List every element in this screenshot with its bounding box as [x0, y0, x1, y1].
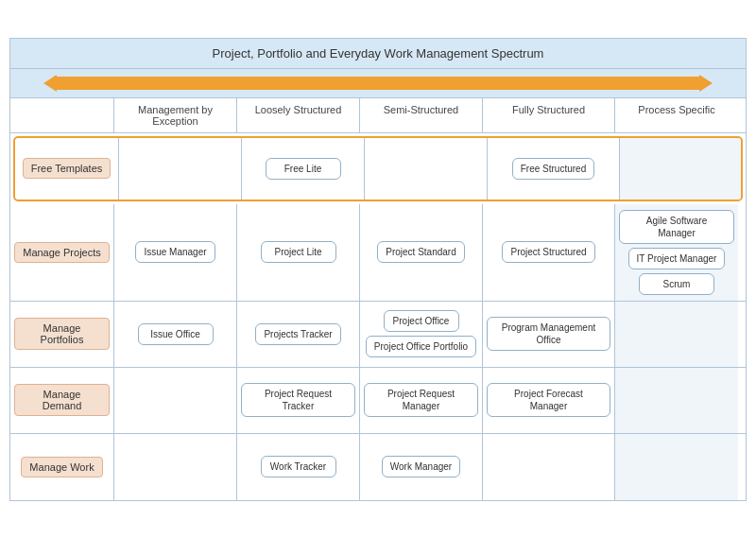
- col-header-semi: Semi-Structured: [360, 98, 483, 132]
- column-headers: Management by Exception Loosely Structur…: [10, 98, 746, 133]
- work-loosely-cell: Work Tracker: [237, 434, 360, 500]
- arrow-line: [57, 75, 699, 92]
- free-fully-cell: Free Structured: [488, 138, 620, 200]
- work-process-cell: [615, 434, 738, 500]
- manage-work-label-cell: Manage Work: [10, 434, 114, 500]
- arrow-row: [10, 69, 746, 98]
- demand-fully-cell: Project Forecast Manager: [483, 368, 615, 433]
- demand-process-cell: [615, 368, 738, 433]
- projects-semi-cell: Project Standard: [360, 204, 483, 301]
- demand-loosely-cell: Project Request Tracker: [237, 368, 360, 433]
- col-header-loosely: Loosely Structured: [237, 98, 360, 132]
- manage-demand-label: Manage Demand: [14, 384, 110, 416]
- demand-mgmt-exception-cell: [114, 368, 237, 433]
- manage-projects-row: Manage Projects Issue Manager Project Li…: [10, 204, 746, 302]
- col-header-fully: Fully Structured: [483, 98, 615, 132]
- project-request-manager-btn[interactable]: Project Request Manager: [364, 383, 478, 417]
- program-management-office-btn[interactable]: Program Management Office: [487, 317, 610, 351]
- free-templates-border: Free Templates Free Lite Free Structured: [13, 136, 743, 201]
- diagram-title: Project, Portfolio and Everyday Work Man…: [10, 39, 746, 69]
- agile-software-manager-btn[interactable]: Agile Software Manager: [619, 210, 734, 244]
- manage-portfolios-label: Manage Portfolios: [14, 318, 110, 350]
- it-project-manager-btn[interactable]: IT Project Manager: [628, 248, 726, 269]
- work-mgmt-exception-cell: [114, 434, 237, 500]
- manage-work-row: Manage Work Work Tracker Work Manager: [10, 434, 746, 500]
- projects-fully-cell: Project Structured: [483, 204, 615, 301]
- manage-projects-label-cell: Manage Projects: [10, 204, 114, 301]
- projects-loosely-cell: Project Lite: [237, 204, 360, 301]
- spectrum-arrow: [57, 77, 699, 90]
- work-manager-btn[interactable]: Work Manager: [382, 456, 460, 477]
- project-forecast-manager-btn[interactable]: Project Forecast Manager: [487, 383, 610, 417]
- work-semi-cell: Work Manager: [360, 434, 483, 500]
- portfolios-loosely-cell: Projects Tracker: [237, 302, 360, 367]
- title-text: Project, Portfolio and Everyday Work Man…: [213, 46, 544, 61]
- project-office-portfolio-btn[interactable]: Project Office Portfolio: [366, 336, 476, 357]
- manage-work-label: Manage Work: [21, 457, 102, 477]
- project-request-tracker-btn[interactable]: Project Request Tracker: [241, 383, 355, 417]
- projects-mgmt-exception-cell: Issue Manager: [114, 204, 237, 301]
- free-semi-cell: [365, 138, 488, 200]
- portfolios-fully-cell: Program Management Office: [483, 302, 615, 367]
- free-templates-label: Free Templates: [23, 158, 112, 179]
- diagram-container: Project, Portfolio and Everyday Work Man…: [9, 38, 747, 501]
- free-templates-row: Free Templates Free Lite Free Structured: [15, 138, 741, 200]
- manage-demand-row: Manage Demand Project Request Tracker Pr…: [10, 368, 746, 434]
- free-loosely-cell: Free Lite: [242, 138, 365, 200]
- portfolios-semi-cell: Project Office Project Office Portfolio: [360, 302, 483, 367]
- project-standard-btn[interactable]: Project Standard: [377, 241, 465, 263]
- col-header-process: Process Specific: [615, 98, 738, 132]
- free-lite-btn[interactable]: Free Lite: [266, 158, 341, 180]
- project-lite-btn[interactable]: Project Lite: [261, 241, 336, 263]
- free-templates-label-cell: Free Templates: [15, 138, 119, 200]
- main-grid: Free Templates Free Lite Free Structured: [10, 133, 746, 500]
- project-office-btn[interactable]: Project Office: [384, 310, 459, 332]
- portfolios-process-cell: [615, 302, 738, 367]
- free-process-cell: [620, 138, 743, 200]
- manage-portfolios-label-cell: Manage Portfolios: [10, 302, 114, 367]
- project-structured-btn[interactable]: Project Structured: [502, 241, 594, 263]
- manage-projects-label: Manage Projects: [14, 242, 110, 263]
- issue-office-btn[interactable]: Issue Office: [138, 323, 214, 345]
- free-structured-btn[interactable]: Free Structured: [512, 158, 594, 180]
- demand-semi-cell: Project Request Manager: [360, 368, 483, 433]
- free-mgmt-exception-cell: [119, 138, 242, 200]
- projects-process-cell: Agile Software Manager IT Project Manage…: [615, 204, 738, 301]
- manage-portfolios-row: Manage Portfolios Issue Office Projects …: [10, 302, 746, 368]
- portfolios-mgmt-exception-cell: Issue Office: [114, 302, 237, 367]
- col-header-empty: [10, 98, 114, 132]
- free-templates-section: Free Templates Free Lite Free Structured: [10, 133, 746, 204]
- projects-tracker-btn[interactable]: Projects Tracker: [255, 323, 340, 345]
- issue-manager-btn[interactable]: Issue Manager: [135, 241, 215, 263]
- manage-demand-label-cell: Manage Demand: [10, 368, 114, 433]
- col-header-mgmt-exception: Management by Exception: [114, 98, 237, 132]
- scrum-btn[interactable]: Scrum: [639, 273, 714, 295]
- work-fully-cell: [483, 434, 615, 500]
- work-tracker-btn[interactable]: Work Tracker: [261, 456, 336, 477]
